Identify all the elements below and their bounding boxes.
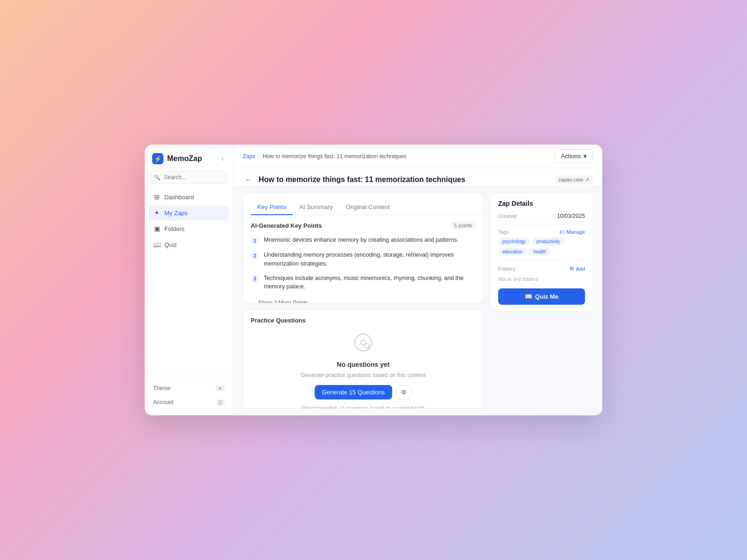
quiz-icon: 📖 <box>153 241 161 248</box>
add-folder-link[interactable]: ⊞ Add <box>570 266 585 272</box>
right-panel: Zap Details Created 10/03/2025 Tags 🏷 Ma… <box>490 193 593 409</box>
theme-label: Theme <box>153 385 170 392</box>
point-number-1: 1 <box>251 237 259 245</box>
tab-original-content[interactable]: Original Content <box>339 200 396 215</box>
actions-label: Actions <box>561 153 581 160</box>
main-content: Zaps › How to memorize things fast: 11 m… <box>233 145 602 415</box>
tags-list: psychology productivity education health <box>498 238 585 256</box>
tab-key-points[interactable]: Key Points <box>251 200 293 215</box>
practice-questions-title: Practice Questions <box>251 317 306 324</box>
tags-row-top: Tags 🏷 Manage <box>498 229 585 235</box>
key-points-card: Key Points AI Summary Original Content A… <box>243 193 484 303</box>
external-link-icon: ↗ <box>585 177 589 183</box>
theme-button[interactable]: Theme ☀ <box>148 382 229 395</box>
quiz-me-button[interactable]: 📖 Quiz Me <box>498 288 585 305</box>
external-link-label: zapier.com <box>558 177 583 182</box>
sidebar-search-container: 🔍 <box>150 171 227 184</box>
sidebar-bottom: Theme ☀ Account C <box>145 376 233 415</box>
tag-productivity[interactable]: productivity <box>532 238 564 245</box>
left-panel: Key Points AI Summary Original Content A… <box>243 193 484 409</box>
manage-icon: 🏷 <box>559 229 564 235</box>
tags-label: Tags <box>498 229 509 235</box>
show-more-label: Show 2 More Points <box>258 300 308 303</box>
show-more-button[interactable]: ⌄ Show 2 More Points <box>251 297 308 303</box>
point-text-1: Mnemonic devices enhance memory by creat… <box>264 236 458 245</box>
practice-questions-header: Practice Questions <box>243 310 483 324</box>
created-row: Created 10/03/2025 <box>498 213 585 219</box>
point-text-3: Techniques include acronyms, music mnemo… <box>264 274 476 292</box>
back-button[interactable]: ← <box>243 174 254 186</box>
sidebar-item-my-zaps[interactable]: ✦ My Zaps <box>148 205 229 220</box>
key-point-item-3: 3 Techniques include acronyms, music mne… <box>251 274 476 292</box>
folders-label: Folders <box>498 266 515 272</box>
actions-button[interactable]: Actions ▾ <box>555 149 593 163</box>
breadcrumb-separator: › <box>258 153 260 160</box>
recommended-text: Recommended: 15 questions based on conte… <box>302 405 425 409</box>
show-more-icon: ⌄ <box>251 300 255 303</box>
divider-2 <box>498 260 585 261</box>
manage-tags-link[interactable]: 🏷 Manage <box>559 229 585 235</box>
add-label: Add <box>576 266 585 272</box>
actions-chevron-icon: ▾ <box>584 153 587 160</box>
not-in-folders-text: Not in any folders <box>498 276 538 282</box>
tag-psychology[interactable]: psychology <box>498 238 530 245</box>
account-button[interactable]: Account C <box>148 396 229 409</box>
content-area: Key Points AI Summary Original Content A… <box>233 186 602 415</box>
empty-title: No questions yet <box>337 361 390 368</box>
app-name: MemoZap <box>167 154 202 163</box>
add-icon: ⊞ <box>570 266 574 272</box>
divider-1 <box>498 224 585 224</box>
sidebar-item-label: Folders <box>164 225 184 232</box>
sidebar-item-folders[interactable]: ▣ Folders <box>148 221 229 236</box>
generate-row: Generate 15 Questions ⚙ <box>315 385 412 399</box>
sidebar-item-label: Quiz <box>164 241 177 248</box>
settings-icon: ⚙ <box>401 389 407 396</box>
folders-row-top: Folders ⊞ Add <box>498 266 585 272</box>
generate-settings-button[interactable]: ⚙ <box>396 385 412 399</box>
tag-education[interactable]: education <box>498 248 527 256</box>
manage-label: Manage <box>566 229 585 235</box>
key-points-body: AI-Generated Key Points 5 points 1 Mnemo… <box>243 215 483 303</box>
points-badge: 5 points <box>450 222 476 229</box>
sidebar-collapse-button[interactable]: ‹ <box>219 154 226 163</box>
created-label: Created <box>498 213 516 219</box>
tab-ai-summary[interactable]: AI Summary <box>293 200 339 215</box>
sidebar-nav: ⊞ Dashboard ✦ My Zaps ▣ Folders 📖 Quiz <box>145 189 233 376</box>
sidebar-item-dashboard[interactable]: ⊞ Dashboard <box>148 189 229 204</box>
tags-section: Tags 🏷 Manage psychology productivity ed… <box>498 229 585 256</box>
external-link-badge[interactable]: zapier.com ↗ <box>555 175 593 184</box>
page-header: ← How to memorize things fast: 11 memori… <box>233 168 602 186</box>
account-label: Account <box>153 399 173 406</box>
created-value: 10/03/2025 <box>557 213 585 219</box>
search-icon: 🔍 <box>154 175 161 181</box>
key-point-item-2: 2 Understanding memory processes (encodi… <box>251 251 476 268</box>
breadcrumb-parent[interactable]: Zaps <box>243 153 255 160</box>
sidebar-item-label: My Zaps <box>164 210 188 217</box>
search-input[interactable] <box>150 171 227 184</box>
sidebar: ⚡ MemoZap ‹ 🔍 ⊞ Dashboard ✦ My Zaps ▣ Fo… <box>145 145 233 415</box>
practice-questions-card: Practice Questions No questions yet <box>243 310 484 409</box>
point-number-2: 2 <box>251 252 259 260</box>
folders-section: Folders ⊞ Add Not in any folders <box>498 266 585 283</box>
key-points-section-title: AI-Generated Key Points <box>251 222 322 229</box>
key-point-item-1: 1 Mnemonic devices enhance memory by cre… <box>251 236 476 245</box>
quiz-me-label: Quiz Me <box>535 293 558 300</box>
dashboard-icon: ⊞ <box>153 193 161 201</box>
practice-questions-empty: No questions yet Generate practice quest… <box>243 324 483 409</box>
sidebar-item-label: Dashboard <box>164 194 194 201</box>
app-logo: ⚡ MemoZap ‹ <box>145 145 233 171</box>
empty-subtitle: Generate practice questions based on thi… <box>301 372 426 378</box>
breadcrumb: Zaps › How to memorize things fast: 11 m… <box>243 153 407 160</box>
tabs: Key Points AI Summary Original Content <box>243 193 483 215</box>
point-text-2: Understanding memory processes (encoding… <box>264 251 476 268</box>
breadcrumb-current: How to memorize things fast: 11 memoriza… <box>263 153 407 160</box>
folders-icon: ▣ <box>153 225 161 232</box>
key-points-header: AI-Generated Key Points 5 points <box>251 222 476 229</box>
page-title: How to memorize things fast: 11 memoriza… <box>259 175 550 184</box>
point-number-3: 3 <box>251 275 259 283</box>
tag-health[interactable]: health <box>529 248 550 256</box>
zap-details-title: Zap Details <box>498 200 585 207</box>
generate-questions-button[interactable]: Generate 15 Questions <box>315 385 392 399</box>
app-window: ⚡ MemoZap ‹ 🔍 ⊞ Dashboard ✦ My Zaps ▣ Fo… <box>145 145 602 415</box>
sidebar-item-quiz[interactable]: 📖 Quiz <box>148 237 229 252</box>
